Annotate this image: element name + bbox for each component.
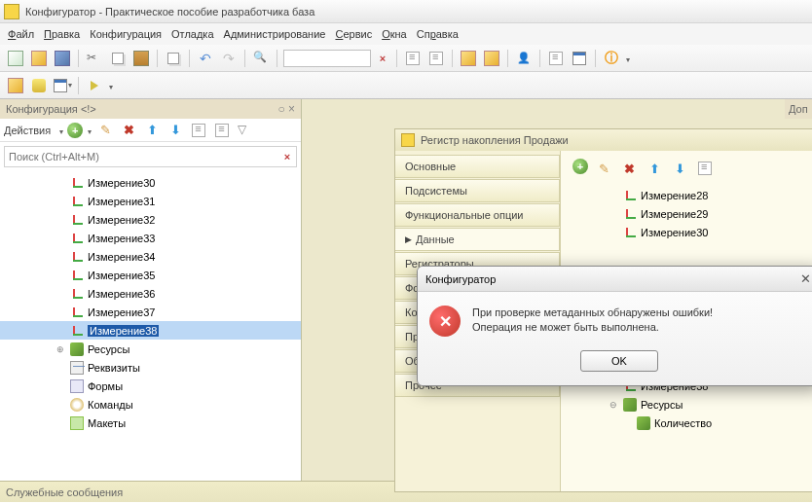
search-button[interactable]	[251, 49, 271, 68]
menu-config[interactable]: Конфигурация	[86, 26, 166, 42]
menu-windows[interactable]: Окна	[378, 26, 411, 42]
tab-3[interactable]: ▶Данные	[395, 228, 560, 251]
reg-item-label: Ресурсы	[641, 399, 683, 411]
reg-tree-item[interactable]: Измерение28	[572, 186, 812, 204]
reg-item-label: Измерение28	[641, 190, 708, 201]
add-button[interactable]: +	[67, 123, 83, 138]
calendar-button[interactable]	[570, 49, 589, 68]
users-button[interactable]: 👤	[514, 49, 534, 68]
tree-group[interactable]: Команды	[0, 395, 301, 414]
menu-help[interactable]: Справка	[413, 26, 462, 42]
reg-delete-button[interactable]: ✖	[619, 159, 639, 178]
reg-tree-item[interactable]: Количество	[572, 414, 812, 432]
copy-button[interactable]	[108, 49, 128, 68]
cut-button[interactable]	[85, 49, 104, 68]
tree-search-clear-icon[interactable]: ×	[278, 151, 296, 162]
tab-label: Основные	[405, 161, 456, 172]
new-button[interactable]	[6, 49, 25, 68]
tree-item[interactable]: Измерение33	[0, 229, 301, 247]
register-toolbar: + ✎ ✖ ⬆ ⬇	[572, 159, 812, 178]
redo-button[interactable]: ↷	[219, 49, 239, 68]
menu-debug[interactable]: Отладка	[167, 26, 217, 42]
dialog-title: Конфигуратор	[425, 273, 496, 285]
edit-button[interactable]: ✎	[95, 121, 115, 140]
search-input[interactable]	[283, 50, 371, 67]
tree-item[interactable]: Измерение31	[0, 192, 301, 210]
grid-button[interactable]	[53, 76, 72, 95]
menu-service[interactable]: Сервис	[331, 26, 376, 42]
run-dropdown[interactable]	[108, 80, 113, 91]
reg-tree-item[interactable]: Измерение30	[572, 223, 812, 241]
tree-group[interactable]: ⊕Ресурсы	[0, 340, 301, 358]
tree-item[interactable]: Измерение32	[0, 210, 301, 229]
help-dropdown[interactable]	[625, 53, 630, 64]
ok-button[interactable]: OK	[580, 350, 658, 372]
tree-item[interactable]: Измерение38	[0, 321, 301, 340]
run-button[interactable]	[85, 76, 104, 95]
tree-item[interactable]: Измерение34	[0, 247, 301, 266]
save-button[interactable]	[53, 49, 72, 68]
dimension-icon	[70, 213, 84, 227]
reg-down-button[interactable]: ⬇	[670, 159, 689, 178]
window-title: Конфигуратор - Практическое пособие разр…	[25, 6, 314, 18]
menu-admin[interactable]: Администрирование	[220, 26, 330, 42]
actions-label[interactable]: Действия	[4, 125, 51, 136]
tb-btn-a[interactable]	[403, 49, 423, 68]
filter-button[interactable]	[236, 121, 255, 140]
reg-tree-item[interactable]: Измерение29	[572, 204, 812, 223]
expander-icon[interactable]: ⊖	[608, 400, 619, 410]
register-title: Регистр накопления Продажи	[421, 134, 569, 146]
reg-up-button[interactable]: ⬆	[645, 159, 664, 178]
paste-button[interactable]	[131, 49, 151, 68]
reg-list-button[interactable]	[695, 159, 715, 178]
tree-group[interactable]: Формы	[0, 377, 301, 395]
config-tree[interactable]: Измерение30Измерение31Измерение32Измерен…	[0, 171, 301, 481]
tree-item[interactable]: Измерение30	[0, 173, 301, 192]
down-button[interactable]: ⬇	[166, 121, 185, 140]
tb-btn-d[interactable]	[482, 49, 501, 68]
delete-button[interactable]: ✖	[119, 121, 138, 140]
tab-1[interactable]: Подсистемы	[395, 179, 560, 202]
register-tree[interactable]: Измерение28Измерение29Измерение30	[572, 186, 812, 241]
tab-0[interactable]: Основные	[395, 155, 560, 178]
tree-group[interactable]: Реквизиты	[0, 358, 301, 377]
sort-button[interactable]	[189, 121, 208, 140]
menu-edit[interactable]: Правка	[40, 26, 84, 42]
tree-item-label: Измерение30	[88, 177, 155, 189]
clear-search-icon[interactable]: ×	[375, 51, 390, 66]
db-button[interactable]	[6, 76, 25, 95]
tree-item[interactable]: Измерение36	[0, 284, 301, 303]
panel-close-icon[interactable]: ○ ×	[277, 102, 295, 116]
expander-icon[interactable]: ⊕	[55, 344, 66, 354]
tree-item-label: Измерение36	[88, 288, 155, 300]
reg-tree-item[interactable]: ⊖Ресурсы	[572, 395, 812, 414]
tree-group[interactable]: Макеты	[0, 414, 301, 432]
config-panel: Конфигурация <!> ○ × Действия + ✎ ✖ ⬆ ⬇ …	[0, 99, 302, 481]
open-button[interactable]	[29, 49, 49, 68]
db-button-2[interactable]	[29, 76, 49, 95]
help-button[interactable]: ⓘ	[602, 49, 621, 68]
tree-search-input[interactable]	[5, 151, 278, 162]
reg-edit-button[interactable]: ✎	[594, 159, 613, 178]
tree-item-label: Измерение38	[88, 325, 159, 337]
tb-btn-c[interactable]	[459, 49, 478, 68]
title-bar: Конфигуратор - Практическое пособие разр…	[0, 0, 812, 23]
calc-button[interactable]	[546, 49, 566, 68]
reg-add-button[interactable]: +	[572, 159, 588, 174]
props-button[interactable]	[212, 121, 232, 140]
compare-button[interactable]	[164, 49, 183, 68]
up-button[interactable]: ⬆	[142, 121, 162, 140]
actions-bar: Действия + ✎ ✖ ⬆ ⬇	[0, 119, 301, 142]
add-dropdown[interactable]	[87, 125, 92, 136]
tb-btn-b[interactable]	[426, 49, 446, 68]
status-text: Служебные сообщения	[6, 486, 123, 498]
dialog-close-icon[interactable]: ✕	[797, 271, 812, 287]
tree-item[interactable]: Измерение35	[0, 266, 301, 284]
menu-file[interactable]: Файл	[4, 26, 38, 42]
error-icon: ✕	[429, 306, 461, 337]
tree-item[interactable]: Измерение37	[0, 303, 301, 321]
tab-2[interactable]: Функциональные опции	[395, 203, 560, 227]
register-icon	[401, 133, 415, 147]
actions-dropdown[interactable]	[58, 125, 63, 136]
undo-button[interactable]: ↶	[196, 49, 215, 68]
